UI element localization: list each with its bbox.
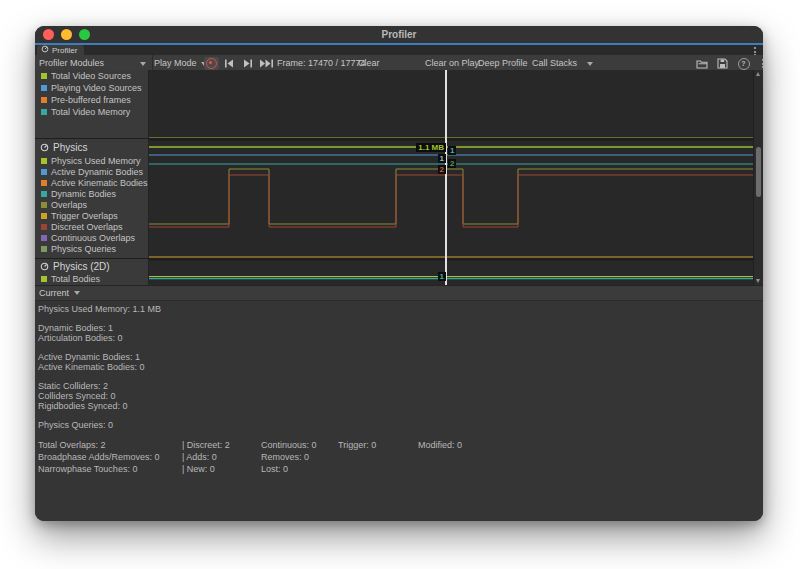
value-label-discreet-overlaps: 2 [438, 165, 446, 174]
physics-module-legend: Physics Physics Used Memory Active Dynam… [35, 139, 148, 254]
legend-item[interactable]: Pre-buffered frames [35, 94, 148, 106]
tab-label: Profiler [52, 46, 77, 55]
value-label-total-bodies-2d: 1 [438, 272, 446, 281]
legend-item[interactable]: Physics Queries [35, 243, 148, 254]
folder-open-icon [696, 59, 708, 69]
counter-swatch [41, 213, 47, 219]
profiler-chart-area[interactable]: 1.1 MB 1 1 2 2 1 [149, 70, 763, 285]
legend-item[interactable]: Continuous Overlaps [35, 232, 148, 243]
physics2d-module-legend: Physics (2D) Total Bodies [35, 259, 148, 284]
counter-swatch [41, 85, 47, 91]
close-button[interactable] [43, 29, 54, 40]
legend-item[interactable]: Dynamic Bodies [35, 188, 148, 199]
counter-swatch [41, 109, 47, 115]
chevron-down-icon [140, 62, 146, 66]
detail-line: Static Colliders: 2 [38, 381, 763, 391]
tab-profiler[interactable]: Profiler [37, 45, 84, 55]
detail-line: Colliders Synced: 0 [38, 391, 763, 401]
selected-frame-playhead[interactable] [445, 70, 447, 285]
minimize-button[interactable] [61, 29, 72, 40]
detail-line: Articulation Bodies: 0 [38, 333, 763, 343]
detail-line: Dynamic Bodies: 1 [38, 323, 763, 333]
counter-swatch [41, 202, 47, 208]
title-bar: Profiler [35, 26, 763, 43]
chart-vertical-scrollbar[interactable] [753, 70, 763, 285]
profiler-module-icon [40, 262, 49, 271]
record-icon [206, 58, 217, 69]
counter-chart-canvas [149, 70, 763, 285]
chevron-down-icon [587, 62, 593, 66]
counter-swatch [41, 97, 47, 103]
counter-swatch [41, 180, 47, 186]
legend-item[interactable]: Total Video Sources [35, 70, 148, 82]
value-label-dynamic-bodies: 1 [448, 146, 456, 155]
detail-line: Active Kinematic Bodies: 0 [38, 362, 763, 372]
counter-swatch [41, 191, 47, 197]
legend-item[interactable]: Active Kinematic Bodies [35, 177, 148, 188]
record-button[interactable] [204, 57, 219, 70]
legend-item[interactable]: Total Video Memory [35, 106, 148, 118]
scrollbar-thumb[interactable] [756, 147, 761, 197]
legend-item[interactable]: Playing Video Sources [35, 82, 148, 94]
scroll-up-icon[interactable] [756, 72, 760, 76]
counter-swatch [41, 235, 47, 241]
detail-table-row: Narrowphase Touches: 0| New: 0Lost: 0 [38, 463, 763, 475]
detail-table-row: Broadphase Adds/Removes: 0| Adds: 0Remov… [38, 451, 763, 463]
detail-line: Active Dynamic Bodies: 1 [38, 352, 763, 362]
tab-bar: Profiler [35, 45, 763, 55]
help-icon: ? [738, 58, 750, 70]
chevron-down-icon [74, 291, 80, 295]
details-view-dropdown[interactable]: Current [39, 288, 80, 298]
detail-line: Rigidbodies Synced: 0 [38, 401, 763, 411]
counter-swatch [41, 276, 47, 282]
window-title: Profiler [35, 26, 763, 44]
value-label-physics-used-memory: 1.1 MB [416, 143, 446, 152]
value-label-overlaps: 2 [448, 159, 456, 168]
details-view-label: Current [39, 288, 69, 298]
module-header-physics-2d[interactable]: Physics (2D) [35, 259, 148, 273]
counter-swatch [41, 73, 47, 79]
window-controls [43, 29, 90, 40]
legend-item[interactable]: Overlaps [35, 199, 148, 210]
profiler-gauge-icon [41, 45, 49, 55]
counter-swatch [41, 224, 47, 230]
context-menu-icon [761, 59, 763, 68]
module-legend-sidebar: Total Video Sources Playing Video Source… [35, 70, 149, 285]
counter-details-pane: Physics Used Memory: 1.1 MB Dynamic Bodi… [35, 301, 763, 521]
module-header-physics[interactable]: Physics [35, 139, 148, 155]
module-divider [35, 138, 763, 139]
legend-item[interactable]: Active Dynamic Bodies [35, 166, 148, 177]
module-divider [35, 258, 763, 259]
counter-swatch [41, 246, 47, 252]
floppy-disk-icon [717, 58, 728, 69]
counter-swatch [41, 158, 47, 164]
zoom-button[interactable] [79, 29, 90, 40]
profiler-window: Profiler Profiler Profiler Modules Play … [35, 26, 763, 521]
scroll-down-icon[interactable] [756, 279, 760, 283]
legend-item[interactable]: Discreet Overlaps [35, 221, 148, 232]
legend-item[interactable]: Physics Used Memory [35, 155, 148, 166]
detail-table-row: Total Overlaps: 2| Discreet: 2Continuous… [38, 439, 763, 451]
detail-line: Physics Used Memory: 1.1 MB [38, 304, 763, 314]
legend-item[interactable]: Total Bodies [35, 273, 148, 284]
legend-item[interactable]: Trigger Overlaps [35, 210, 148, 221]
details-view-bar: Current [35, 285, 763, 301]
profiler-module-icon [40, 143, 49, 152]
value-label-active-dynamic-bodies: 1 [438, 154, 446, 163]
counter-swatch [41, 169, 47, 175]
detail-line: Physics Queries: 0 [38, 420, 763, 430]
video-module-legend: Total Video Sources Playing Video Source… [35, 70, 148, 118]
